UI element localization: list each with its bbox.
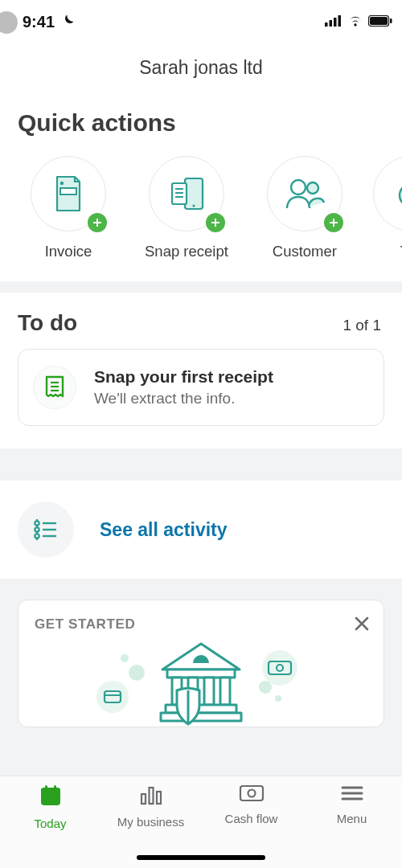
svg-point-25	[35, 534, 39, 538]
tab-label: Cash flow	[225, 812, 278, 825]
svg-rect-1	[330, 20, 333, 27]
svg-rect-45	[161, 713, 241, 721]
svg-rect-2	[334, 18, 337, 27]
plus-icon	[88, 213, 107, 232]
get-started-title: GET STARTED	[35, 616, 367, 633]
svg-point-10	[192, 204, 195, 207]
quick-actions-title: Quick actions	[0, 101, 402, 151]
tab-bar: Today My business Cash flow Menu	[0, 776, 402, 868]
todo-card-subtitle: We'll extract the info.	[94, 390, 273, 407]
svg-point-15	[291, 180, 306, 194]
svg-rect-0	[325, 23, 328, 27]
todo-card-title: Snap your first receipt	[94, 367, 273, 387]
todo-card-snap-receipt[interactable]: Snap your first receipt We'll extract th…	[18, 349, 384, 426]
todo-section: To do 1 of 1 Snap your first receipt We'…	[0, 293, 402, 448]
bars-icon	[139, 784, 163, 809]
cash-icon	[239, 784, 265, 805]
bank-illustration	[35, 641, 367, 727]
svg-rect-47	[41, 788, 60, 793]
see-all-activity-row[interactable]: See all activity	[0, 481, 402, 579]
plus-icon	[324, 213, 343, 232]
page-title: Sarah jonas ltd	[0, 44, 402, 101]
status-bar: 9:41	[0, 0, 402, 44]
svg-rect-3	[338, 15, 342, 27]
svg-rect-54	[240, 786, 263, 800]
todo-count: 1 of 1	[343, 317, 381, 334]
svg-point-30	[129, 665, 145, 681]
svg-point-24	[35, 527, 39, 531]
battery-icon	[368, 15, 392, 30]
svg-point-36	[262, 650, 297, 686]
svg-rect-48	[45, 785, 47, 790]
svg-rect-5	[370, 17, 388, 25]
svg-point-31	[259, 681, 272, 694]
quick-action-label: Snap receipt	[145, 243, 228, 260]
svg-point-7	[60, 182, 64, 185]
tab-label: Today	[34, 817, 66, 830]
svg-rect-6	[390, 18, 392, 23]
status-right	[325, 15, 392, 30]
status-left: 9:41	[0, 11, 76, 34]
svg-rect-8	[60, 188, 76, 194]
quick-action-snap-receipt[interactable]: Snap receipt	[145, 156, 228, 260]
tab-label: Menu	[337, 812, 367, 825]
people-icon	[267, 156, 343, 231]
home-indicator[interactable]	[137, 855, 265, 860]
svg-point-33	[96, 681, 129, 713]
timeline-icon	[18, 502, 74, 558]
quick-action-customer[interactable]: Customer	[267, 156, 343, 260]
svg-rect-51	[142, 794, 146, 804]
todo-title: To do	[18, 310, 77, 336]
svg-point-29	[121, 654, 129, 662]
svg-rect-43	[220, 678, 230, 705]
menu-icon	[340, 784, 364, 805]
see-all-activity-link[interactable]: See all activity	[100, 519, 228, 541]
svg-rect-9	[185, 178, 203, 209]
close-icon[interactable]	[353, 615, 371, 636]
svg-rect-53	[157, 792, 161, 804]
quick-action-track[interactable]: Trac	[381, 156, 402, 260]
svg-point-55	[248, 790, 255, 797]
get-started-card[interactable]: GET STARTED	[18, 600, 384, 727]
svg-rect-49	[54, 785, 56, 790]
quick-action-label: Invoice	[45, 243, 92, 260]
clock-icon	[373, 156, 402, 231]
quick-actions-section: Quick actions Invoice	[0, 101, 402, 281]
tab-label: My business	[117, 815, 184, 829]
wifi-icon	[347, 15, 363, 30]
moon-icon	[59, 13, 76, 32]
status-recording-indicator	[0, 11, 18, 34]
svg-point-23	[35, 521, 39, 525]
svg-point-16	[307, 182, 318, 194]
quick-actions-row[interactable]: Invoice Snap receipt	[0, 151, 402, 281]
invoice-icon	[31, 156, 106, 231]
calendar-icon	[39, 784, 63, 810]
svg-rect-42	[204, 678, 214, 705]
receipt-icon	[33, 366, 76, 409]
plus-icon	[206, 213, 225, 232]
receipt-phone-icon	[149, 156, 224, 231]
svg-point-32	[275, 695, 281, 702]
quick-action-label: Customer	[273, 243, 337, 260]
quick-action-invoice[interactable]: Invoice	[31, 156, 106, 260]
cellular-icon	[325, 15, 343, 30]
tab-today[interactable]: Today	[0, 784, 100, 868]
status-time: 9:41	[23, 13, 55, 31]
tab-menu[interactable]: Menu	[302, 784, 402, 868]
svg-rect-52	[149, 788, 153, 804]
